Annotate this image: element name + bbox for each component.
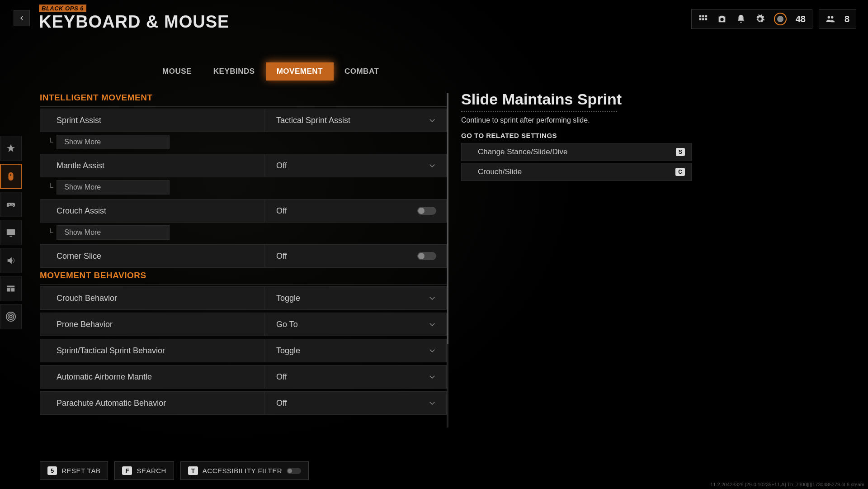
rank-badge[interactable] [774, 13, 787, 25]
setting-row[interactable]: Sprint AssistTactical Sprint Assist [40, 109, 447, 132]
setting-label: Sprint Assist [40, 109, 264, 132]
party-icon [826, 14, 835, 24]
setting-value[interactable]: Toggle [264, 339, 446, 362]
svg-point-1 [8, 314, 14, 320]
settings-list: INTELLIGENT MOVEMENTSprint AssistTactica… [40, 93, 447, 427]
game-badge: BLACK OPS 6 [39, 5, 86, 12]
related-label: Change Stance/Slide/Dive [478, 147, 567, 157]
key-hint: T [188, 466, 198, 475]
camera-icon[interactable] [717, 14, 727, 24]
setting-row[interactable]: Automatic Airborne MantleOff [40, 365, 447, 389]
grid-icon[interactable] [698, 14, 708, 24]
setting-label: Sprint/Tactical Sprint Behavior [40, 339, 264, 362]
toggle-indicator [287, 468, 301, 474]
setting-row[interactable]: Prone BehaviorGo To [40, 313, 447, 336]
setting-row[interactable]: Parachute Automatic BehaviorOff [40, 391, 447, 415]
section-header: MOVEMENT BEHAVIORS [40, 271, 447, 285]
reset-tab-button[interactable]: 5 RESET TAB [40, 461, 108, 480]
setting-row[interactable]: Corner SliceOff [40, 244, 447, 268]
related-setting[interactable]: Crouch/SlideC [461, 163, 692, 181]
setting-value[interactable]: Off [264, 366, 446, 388]
branch-icon: └ [48, 138, 53, 146]
branch-icon: └ [48, 183, 53, 191]
toggle-switch[interactable] [417, 207, 436, 215]
keybind-badge: S [676, 148, 685, 156]
setting-value[interactable]: Go To [264, 313, 446, 336]
setting-label: Crouch Behavior [40, 287, 264, 309]
build-info: 11.2.20428328 [29-0.10235+11.A] Th [7300… [710, 482, 864, 487]
back-button[interactable] [14, 10, 30, 26]
sidebar-display[interactable] [0, 220, 22, 245]
section-header: INTELLIGENT MOVEMENT [40, 93, 447, 107]
button-label: SEARCH [137, 467, 166, 475]
tab-movement[interactable]: MOVEMENT [266, 62, 334, 81]
bell-icon[interactable] [736, 14, 746, 24]
topbar-group-party[interactable]: 8 [819, 9, 856, 29]
page-title: KEYBOARD & MOUSE [39, 12, 229, 32]
setting-label: Mantle Assist [40, 154, 264, 177]
tab-mouse[interactable]: MOUSE [151, 62, 203, 81]
scrollbar[interactable] [447, 93, 448, 427]
detail-panel: Slide Maintains Sprint Continue to sprin… [461, 90, 692, 183]
svg-point-0 [9, 315, 12, 318]
setting-value[interactable]: Off [264, 199, 446, 222]
topbar-group-main: 48 [691, 9, 812, 29]
button-label: ACCESSIBILITY FILTER [203, 467, 282, 475]
chevron-down-icon [428, 320, 436, 328]
chevron-down-icon [428, 399, 436, 407]
tab-combat[interactable]: COMBAT [334, 62, 390, 81]
setting-value[interactable]: Off [264, 392, 446, 414]
divider [461, 111, 617, 112]
setting-label: Corner Slice [40, 245, 264, 267]
chevron-down-icon [428, 116, 436, 124]
setting-value[interactable]: Off [264, 245, 446, 267]
key-hint: 5 [47, 466, 57, 475]
chevron-down-icon [428, 373, 436, 381]
setting-label: Prone Behavior [40, 313, 264, 336]
chevron-left-icon [19, 15, 25, 21]
detail-subhead: GO TO RELATED SETTINGS [461, 132, 692, 139]
sidebar-controller[interactable] [0, 192, 22, 217]
setting-row[interactable]: Crouch AssistOff [40, 199, 447, 223]
setting-value[interactable]: Off [264, 154, 446, 177]
chevron-down-icon [428, 294, 436, 302]
key-hint: F [122, 466, 132, 475]
show-more-wrap: └Show More [48, 180, 447, 195]
gear-icon[interactable] [755, 14, 765, 24]
tab-keybinds[interactable]: KEYBINDS [203, 62, 266, 81]
title-block: BLACK OPS 6 KEYBOARD & MOUSE [39, 5, 229, 32]
chevron-down-icon [428, 347, 436, 355]
settings-sidebar [0, 136, 22, 329]
setting-value[interactable]: Toggle [264, 287, 446, 309]
show-more-button[interactable]: Show More [57, 135, 170, 149]
detail-description: Continue to sprint after performing slid… [461, 116, 692, 124]
chevron-down-icon [428, 161, 436, 170]
related-setting[interactable]: Change Stance/Slide/DiveS [461, 143, 692, 161]
setting-label: Automatic Airborne Mantle [40, 366, 264, 388]
points-count: 48 [796, 14, 806, 24]
setting-row[interactable]: Sprint/Tactical Sprint BehaviorToggle [40, 339, 447, 362]
related-label: Crouch/Slide [478, 167, 522, 176]
setting-value[interactable]: Tactical Sprint Assist [264, 109, 446, 132]
tabs: MOUSEKEYBINDSMOVEMENTCOMBAT [151, 62, 390, 81]
sidebar-favorites[interactable] [0, 136, 22, 161]
accessibility-filter-button[interactable]: T ACCESSIBILITY FILTER [180, 461, 309, 480]
party-count: 8 [844, 14, 849, 24]
toggle-switch[interactable] [417, 252, 436, 260]
show-more-wrap: └Show More [48, 225, 447, 240]
keybind-badge: C [675, 168, 685, 176]
setting-label: Crouch Assist [40, 199, 264, 222]
sidebar-keyboard-mouse[interactable] [0, 164, 22, 189]
detail-title: Slide Maintains Sprint [461, 90, 692, 108]
branch-icon: └ [48, 228, 53, 237]
search-button[interactable]: F SEARCH [114, 461, 174, 480]
sidebar-interface[interactable] [0, 276, 22, 301]
sidebar-network[interactable] [0, 304, 22, 329]
sidebar-audio[interactable] [0, 248, 22, 273]
button-label: RESET TAB [61, 467, 100, 475]
setting-row[interactable]: Mantle AssistOff [40, 154, 447, 177]
show-more-button[interactable]: Show More [57, 225, 170, 240]
setting-row[interactable]: Crouch BehaviorToggle [40, 286, 447, 310]
show-more-button[interactable]: Show More [57, 180, 170, 195]
show-more-wrap: └Show More [48, 135, 447, 149]
